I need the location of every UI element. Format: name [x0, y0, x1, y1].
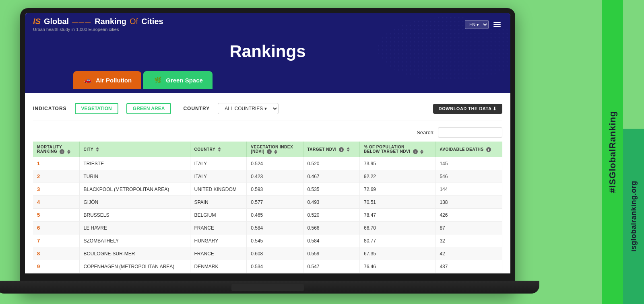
hashtag-text: #ISGlobalRanking	[607, 111, 618, 193]
map-decoration	[349, 13, 510, 89]
cell-city: SZOMBATHELY	[79, 234, 190, 247]
search-input[interactable]	[438, 127, 502, 138]
cell-pct-below: 76.46	[360, 260, 436, 273]
col-country[interactable]: COUNTRY	[190, 142, 247, 157]
cell-country: SPAIN	[190, 196, 247, 209]
cell-rank: 9	[33, 260, 79, 273]
country-select[interactable]: ALL COUNTRIES ▾	[218, 103, 279, 114]
vegetation-button[interactable]: VEGETATION	[75, 103, 118, 114]
cell-veg-index: 0.524	[247, 157, 303, 170]
col-city[interactable]: CITY	[79, 142, 190, 157]
avoidable-info-icon[interactable]: i	[486, 147, 491, 152]
cell-city: COPENHAGEN (METROPOLITAN AREA)	[79, 260, 190, 273]
country-sort-icon[interactable]	[218, 147, 221, 152]
right-banners: #ISGlobalRanking isglobalranking.org	[602, 0, 644, 304]
cell-veg-index: 0.593	[247, 183, 303, 196]
content-area: INDICATORS VEGETATION GREEN AREA COUNTRY…	[25, 93, 510, 273]
cell-target-ndvi: 0.547	[303, 260, 360, 273]
cell-city: LE HAVRE	[79, 222, 190, 234]
pct-sort-icon[interactable]	[420, 150, 423, 154]
cell-avoidable: 144	[436, 183, 502, 196]
col-pct-below-label: % OF POPULATIONBELOW TARGET NDVI	[364, 145, 411, 154]
cell-avoidable: 32	[436, 234, 502, 247]
cell-rank: 8	[33, 247, 79, 260]
cell-country: UNITED KINGDOM	[190, 183, 247, 196]
cell-target-ndvi: 0.584	[303, 234, 360, 247]
target-sort-icon[interactable]	[347, 147, 350, 152]
cell-pct-below: 72.69	[360, 183, 436, 196]
cell-target-ndvi: 0.520	[303, 209, 360, 222]
cell-city: BLACKPOOL (METROPOLITAN AREA)	[79, 183, 190, 196]
logo-cities: Cities	[141, 17, 163, 26]
laptop-base	[0, 281, 539, 294]
laptop-trackpad	[231, 284, 304, 291]
cell-veg-index: 0.534	[247, 260, 303, 273]
cell-country: ITALY	[190, 170, 247, 183]
cell-veg-index: 0.465	[247, 209, 303, 222]
cell-country: DENMARK	[190, 260, 247, 273]
cell-rank: 1	[33, 157, 79, 170]
table-row: 3 BLACKPOOL (METROPOLITAN AREA) UNITED K…	[33, 183, 502, 196]
url-text: isglobalranking.org	[630, 181, 638, 252]
tab-green-space-label: Green Space	[166, 77, 203, 84]
col-target-ndvi[interactable]: TARGET NDVI i	[303, 142, 360, 157]
cell-city: GIJÓN	[79, 196, 190, 209]
col-pct-below[interactable]: % OF POPULATIONBELOW TARGET NDVI i	[360, 142, 436, 157]
cell-avoidable: 87	[436, 222, 502, 234]
cell-target-ndvi: 0.467	[303, 170, 360, 183]
cell-pct-below: 78.47	[360, 209, 436, 222]
cell-avoidable: 145	[436, 157, 502, 170]
city-sort-icon[interactable]	[96, 147, 99, 152]
hashtag-banner: #ISGlobalRanking	[602, 0, 623, 304]
cell-rank: 5	[33, 209, 79, 222]
target-info-icon[interactable]: i	[339, 147, 344, 152]
veg-info-icon[interactable]: i	[267, 149, 272, 154]
cell-avoidable: 546	[436, 170, 502, 183]
rank-info-icon[interactable]: i	[60, 149, 64, 154]
logo-main: IS Global ——— Ranking Of Cities	[33, 17, 163, 26]
col-avoidable[interactable]: AVOIDABLE DEATHS i	[436, 142, 502, 157]
table-body: 1 TRIESTE ITALY 0.524 0.520 73.95 145 2 …	[33, 157, 502, 273]
tab-air-pollution[interactable]: 🚗 Air Pollution	[73, 71, 141, 89]
veg-sort-icon[interactable]	[274, 150, 277, 154]
cell-pct-below: 92.22	[360, 170, 436, 183]
col-city-label: CITY	[84, 147, 94, 152]
cell-rank: 3	[33, 183, 79, 196]
website: IS Global ——— Ranking Of Cities Urban he…	[25, 13, 510, 273]
indicators-label: INDICATORS	[33, 106, 67, 111]
laptop-frame: IS Global ——— Ranking Of Cities Urban he…	[20, 8, 515, 294]
cell-rank: 4	[33, 196, 79, 209]
logo-subtitle: Urban health study in 1,000 European cit…	[33, 27, 163, 32]
search-row: Search:	[33, 127, 502, 138]
svg-point-1	[378, 17, 510, 81]
col-veg-index-label: VEGETATION INDEX[NDVI]	[251, 145, 293, 154]
cell-country: BELGIUM	[190, 209, 247, 222]
green-space-tab-icon: 🌿	[153, 75, 163, 85]
col-avoidable-label: AVOIDABLE DEATHS	[440, 147, 483, 152]
cell-pct-below: 66.70	[360, 222, 436, 234]
cell-target-ndvi: 0.493	[303, 196, 360, 209]
cell-avoidable: 426	[436, 209, 502, 222]
tab-green-space[interactable]: 🌿 Green Space	[143, 71, 213, 89]
cell-veg-index: 0.423	[247, 170, 303, 183]
col-veg-index[interactable]: VEGETATION INDEX[NDVI] i	[247, 142, 303, 157]
table-row: 8 BOULOGNE-SUR-MER FRANCE 0.608 0.559 67…	[33, 247, 502, 260]
download-data-button[interactable]: DOWNLOAD THE DATA ⬇	[433, 104, 502, 114]
cell-rank: 6	[33, 222, 79, 234]
rank-sort-icon[interactable]	[67, 150, 70, 154]
col-rank-label: MORTALITYRANKING	[37, 145, 62, 154]
cell-pct-below: 67.35	[360, 247, 436, 260]
cell-city: BRUSSELS	[79, 209, 190, 222]
cell-avoidable: 437	[436, 260, 502, 273]
green-area-button[interactable]: GREEN AREA	[126, 103, 171, 114]
logo-is: IS	[33, 17, 41, 26]
url-banner: isglobalranking.org	[623, 129, 644, 304]
cell-city: BOULOGNE-SUR-MER	[79, 247, 190, 260]
cell-avoidable: 42	[436, 247, 502, 260]
pct-info-icon[interactable]: i	[413, 149, 418, 154]
header: IS Global ——— Ranking Of Cities Urban he…	[25, 13, 510, 93]
country-filter-label: COUNTRY	[183, 106, 210, 111]
table-header: MORTALITYRANKING i CITY	[33, 142, 502, 157]
tab-air-pollution-label: Air Pollution	[96, 77, 132, 84]
col-rank[interactable]: MORTALITYRANKING i	[33, 142, 79, 157]
